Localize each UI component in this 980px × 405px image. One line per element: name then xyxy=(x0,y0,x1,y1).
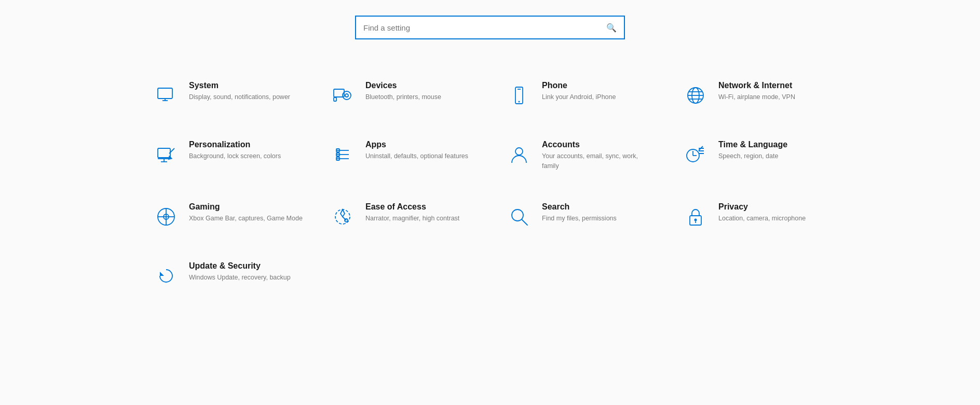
phone-icon xyxy=(506,82,533,109)
setting-text-phone: Phone Link your Android, iPhone xyxy=(542,81,616,102)
setting-title-search: Search xyxy=(542,202,617,212)
svg-rect-15 xyxy=(158,148,170,158)
system-icon xyxy=(153,82,180,109)
setting-text-personalization: Personalization Background, lock screen,… xyxy=(189,140,281,161)
gaming-icon xyxy=(153,203,180,230)
setting-text-update: Update & Security Windows Update, recove… xyxy=(189,261,291,283)
setting-desc-personalization: Background, lock screen, colors xyxy=(189,151,281,161)
search-setting-icon xyxy=(506,203,533,230)
svg-rect-4 xyxy=(334,97,336,101)
setting-title-update: Update & Security xyxy=(189,261,291,271)
ease-icon xyxy=(329,203,356,230)
update-icon xyxy=(153,262,180,289)
accounts-icon xyxy=(506,141,533,168)
personalization-icon xyxy=(153,141,180,168)
setting-text-system: System Display, sound, notifications, po… xyxy=(189,81,290,102)
svg-rect-0 xyxy=(158,88,172,99)
setting-title-gaming: Gaming xyxy=(189,202,303,212)
setting-desc-system: Display, sound, notifications, power xyxy=(189,92,290,102)
setting-item-search[interactable]: Search Find my files, permissions xyxy=(490,187,666,246)
setting-text-privacy: Privacy Location, camera, microphone xyxy=(718,202,806,224)
setting-text-network: Network & Internet Wi-Fi, airplane mode,… xyxy=(718,81,795,102)
setting-text-search: Search Find my files, permissions xyxy=(542,202,617,224)
setting-desc-privacy: Location, camera, microphone xyxy=(718,214,806,224)
svg-point-42 xyxy=(695,218,697,221)
privacy-icon xyxy=(682,203,709,230)
setting-item-update[interactable]: Update & Security Windows Update, recove… xyxy=(137,246,314,305)
setting-desc-ease: Narrator, magnifier, high contrast xyxy=(365,214,459,224)
search-input[interactable] xyxy=(363,23,606,32)
search-icon: 🔍 xyxy=(606,23,617,33)
setting-title-privacy: Privacy xyxy=(718,202,806,212)
setting-title-devices: Devices xyxy=(365,81,441,90)
setting-desc-accounts: Your accounts, email, sync, work, family xyxy=(542,151,656,171)
setting-desc-gaming: Xbox Game Bar, captures, Game Mode xyxy=(189,214,303,224)
apps-icon xyxy=(329,141,356,168)
settings-page: 🔍 System Display, sound, notifications, … xyxy=(0,0,980,405)
setting-desc-phone: Link your Android, iPhone xyxy=(542,92,616,102)
setting-desc-update: Windows Update, recovery, backup xyxy=(189,273,291,283)
setting-item-gaming[interactable]: Gaming Xbox Game Bar, captures, Game Mod… xyxy=(137,187,314,246)
setting-title-accounts: Accounts xyxy=(542,140,656,149)
setting-desc-devices: Bluetooth, printers, mouse xyxy=(365,92,441,102)
setting-desc-time: Speech, region, date xyxy=(718,151,787,161)
setting-text-gaming: Gaming Xbox Game Bar, captures, Game Mod… xyxy=(189,202,303,224)
svg-point-9 xyxy=(519,101,520,103)
search-container: 🔍 xyxy=(0,16,980,39)
setting-desc-search: Find my files, permissions xyxy=(542,214,617,224)
setting-text-devices: Devices Bluetooth, printers, mouse xyxy=(365,81,441,102)
setting-title-personalization: Personalization xyxy=(189,140,281,149)
svg-point-6 xyxy=(345,94,348,97)
setting-title-system: System xyxy=(189,81,290,90)
setting-item-ease[interactable]: Ease of Access Narrator, magnifier, high… xyxy=(314,187,490,246)
setting-title-network: Network & Internet xyxy=(718,81,795,90)
setting-item-phone[interactable]: Phone Link your Android, iPhone xyxy=(490,65,666,124)
setting-item-accounts[interactable]: Accounts Your accounts, email, sync, wor… xyxy=(490,124,666,187)
setting-title-time: Time & Language xyxy=(718,140,787,149)
setting-item-personalization[interactable]: Personalization Background, lock screen,… xyxy=(137,124,314,187)
setting-item-privacy[interactable]: Privacy Location, camera, microphone xyxy=(666,187,843,246)
setting-item-time[interactable]: Time & Language Speech, region, date xyxy=(666,124,843,187)
search-box[interactable]: 🔍 xyxy=(355,16,625,39)
setting-title-phone: Phone xyxy=(542,81,616,90)
setting-item-devices[interactable]: Devices Bluetooth, printers, mouse xyxy=(314,65,490,124)
setting-text-apps: Apps Uninstall, defaults, optional featu… xyxy=(365,140,468,161)
setting-text-accounts: Accounts Your accounts, email, sync, wor… xyxy=(542,140,656,171)
settings-grid: System Display, sound, notifications, po… xyxy=(75,65,905,305)
setting-text-time: Time & Language Speech, region, date xyxy=(718,140,787,161)
svg-point-27 xyxy=(515,148,523,155)
setting-desc-network: Wi-Fi, airplane mode, VPN xyxy=(718,92,795,102)
setting-text-ease: Ease of Access Narrator, magnifier, high… xyxy=(365,202,459,224)
setting-item-apps[interactable]: Apps Uninstall, defaults, optional featu… xyxy=(314,124,490,187)
devices-icon xyxy=(329,82,356,109)
svg-marker-44 xyxy=(160,272,164,276)
setting-title-ease: Ease of Access xyxy=(365,202,459,212)
setting-title-apps: Apps xyxy=(365,140,468,149)
time-icon xyxy=(682,141,709,168)
setting-item-system[interactable]: System Display, sound, notifications, po… xyxy=(137,65,314,124)
setting-desc-apps: Uninstall, defaults, optional features xyxy=(365,151,468,161)
svg-line-40 xyxy=(522,219,527,225)
network-icon xyxy=(682,82,709,109)
setting-item-network[interactable]: Network & Internet Wi-Fi, airplane mode,… xyxy=(666,65,843,124)
